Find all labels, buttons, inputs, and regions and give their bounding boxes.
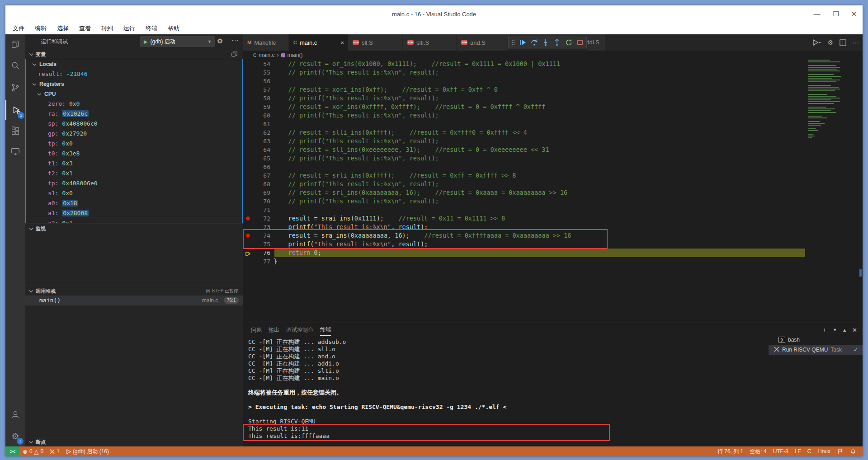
gutter-glyph[interactable] (243, 180, 254, 188)
gutter-glyph[interactable] (243, 103, 254, 111)
variable-t2[interactable]: t2: 0x1 (26, 169, 242, 178)
menu-item[interactable]: 文件 (11, 24, 26, 33)
gutter-glyph[interactable] (243, 214, 254, 223)
breakpoints-section-header[interactable]: 断点 (25, 437, 243, 446)
tab-and.S[interactable]: ASMand.S (457, 34, 511, 51)
variable-tp[interactable]: tp: 0x0 (26, 139, 242, 149)
tab-sll.S[interactable]: ASMsll.S (348, 34, 403, 51)
gutter-glyph[interactable] (243, 60, 254, 68)
gutter-glyph[interactable] (243, 111, 254, 120)
panel-layout-icon[interactable] (231, 52, 237, 57)
variable-result[interactable]: result: -21846 (26, 69, 242, 79)
breadcrumb[interactable]: C main.c › ƒ main() (243, 51, 863, 60)
gutter-glyph[interactable] (243, 163, 254, 171)
more-actions-icon[interactable]: ··· (231, 36, 239, 43)
menu-item[interactable]: 选择 (55, 24, 71, 33)
minimize-button[interactable]: — (809, 5, 825, 23)
gear-icon[interactable]: ⚙ (827, 39, 833, 46)
status-item[interactable]: LF (792, 446, 804, 456)
menu-item[interactable]: 运行 (122, 24, 137, 33)
gutter-glyph[interactable] (243, 120, 254, 128)
gutter-glyph[interactable] (243, 171, 254, 180)
remote-explorer-icon[interactable] (5, 141, 25, 161)
run-or-debug-icon[interactable] (812, 39, 821, 46)
close-panel-icon[interactable]: ✕ (852, 327, 857, 333)
variable-a0[interactable]: a0: 0x18 (26, 198, 242, 208)
variable-gp[interactable]: gp: 0x27920 (26, 129, 242, 139)
variable-s1[interactable]: s1: 0x0 (26, 188, 242, 198)
split-editor-icon[interactable] (840, 39, 846, 46)
gutter-glyph[interactable] (243, 206, 254, 214)
terminal-dropdown-icon[interactable]: ▼ (833, 328, 837, 332)
breakpoint-icon[interactable] (246, 216, 250, 221)
start-debug-icon[interactable]: ▶ (144, 39, 147, 45)
source-control-icon[interactable] (5, 78, 25, 98)
variable-a2[interactable]: a2: 0x1 (26, 218, 242, 223)
gutter-glyph[interactable] (243, 68, 254, 77)
tab-close-icon[interactable]: × (340, 39, 344, 46)
debug-session-status[interactable]: (gdb) 启动 (16) (63, 446, 112, 456)
settings-gear-icon[interactable]: ⚙ 1 (5, 426, 25, 446)
panel-tab-终端[interactable]: 终端 (320, 324, 331, 336)
variables-section-header[interactable]: 变量 (25, 49, 243, 59)
toolbar-grip-icon[interactable] (511, 39, 515, 46)
remote-indicator[interactable]: >< (5, 446, 19, 456)
menu-item[interactable]: 编辑 (33, 24, 48, 33)
variable-sp[interactable]: sp: 0x408006c0 (26, 119, 242, 129)
callstack-section-header[interactable]: 调用堆栈 因 STEP 已暂停 (25, 286, 243, 296)
launch-config-dropdown[interactable]: ▶ (gdb) 启动 ▼ (140, 36, 215, 47)
variable-fp[interactable]: fp: 0x408006e0 (26, 178, 242, 188)
tree-group-CPU[interactable]: CPU (26, 89, 242, 99)
breadcrumb-file[interactable]: main.c (259, 52, 274, 58)
debug-settings-gear-icon[interactable]: ⚙ (217, 37, 223, 45)
gutter-glyph[interactable] (243, 77, 254, 85)
tree-group-Registers[interactable]: Registers (26, 79, 242, 89)
menu-item[interactable]: 查看 (77, 24, 93, 33)
variable-t0[interactable]: t0: 0x3e8 (26, 149, 242, 159)
minimap[interactable] (807, 60, 858, 177)
extensions-icon[interactable] (5, 121, 25, 141)
gutter-glyph[interactable] (243, 197, 254, 206)
notifications-bell-icon[interactable] (847, 446, 859, 456)
status-item[interactable]: 空格: 4 (746, 446, 769, 456)
variable-t1[interactable]: t1: 0x3 (26, 159, 242, 169)
terminal-list-item-Run RISCV-QEMU[interactable]: Run RISCV-QEMUTask✓ (769, 345, 863, 355)
status-item[interactable]: 行 76, 列 1 (714, 446, 746, 456)
tab-slti.S[interactable]: ASMslti.S (403, 34, 457, 51)
gutter-glyph[interactable] (243, 154, 254, 163)
stack-frame-row[interactable]: main() main.c 76:1 (25, 296, 243, 305)
run-debug-icon[interactable]: 1 (5, 100, 26, 120)
menu-item[interactable]: 帮助 (166, 24, 181, 33)
gutter-glyph[interactable] (243, 249, 254, 257)
variable-zero[interactable]: zero: 0x0 (26, 99, 242, 109)
gutter-glyph[interactable] (243, 188, 254, 197)
tree-group-Locals[interactable]: Locals (26, 59, 242, 69)
watch-section-header[interactable]: 监视 (25, 223, 243, 234)
gutter-glyph[interactable] (243, 128, 254, 137)
problems-status[interactable]: ⊗ 0 △ 0 (19, 446, 47, 456)
breadcrumb-symbol[interactable]: main() (288, 52, 303, 58)
tab-main.c[interactable]: Cmain.c× (289, 34, 348, 51)
running-tasks-status[interactable]: 1 (47, 446, 63, 456)
step-into-icon[interactable] (542, 39, 549, 46)
search-icon[interactable] (5, 56, 25, 75)
account-icon[interactable] (5, 404, 25, 424)
maximize-button[interactable]: ❐ (828, 5, 844, 23)
tab-Makefile[interactable]: MMakefile (243, 34, 289, 51)
close-button[interactable]: ✕ (846, 5, 862, 23)
gutter-glyph[interactable] (243, 257, 254, 266)
menu-item[interactable]: 终端 (144, 24, 159, 33)
gutter-glyph[interactable] (243, 137, 254, 146)
gutter-glyph[interactable] (243, 146, 254, 154)
step-out-icon[interactable] (553, 39, 561, 46)
explorer-icon[interactable] (5, 34, 25, 54)
terminal-list-item-bash[interactable]: ❯bash (769, 335, 863, 345)
new-terminal-icon[interactable]: ＋ (821, 326, 827, 334)
status-item[interactable]: Linux (814, 446, 834, 456)
maximize-panel-icon[interactable]: ▲ (842, 328, 847, 333)
menu-item[interactable]: 转到 (99, 24, 115, 33)
step-over-icon[interactable] (531, 39, 538, 46)
gutter-glyph[interactable] (243, 94, 254, 103)
status-item[interactable]: UTF-8 (770, 446, 792, 456)
more-actions-icon[interactable]: ··· (853, 39, 859, 46)
